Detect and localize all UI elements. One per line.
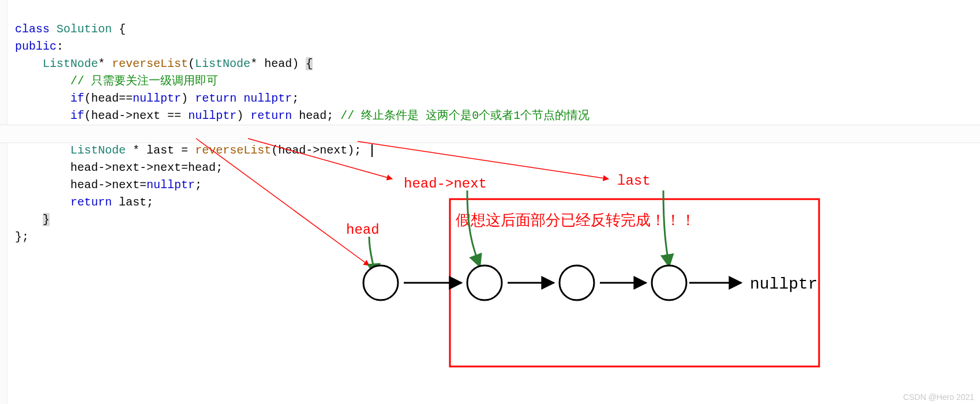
- semi: ;: [292, 92, 299, 105]
- semi: ;: [326, 109, 333, 122]
- rp: ): [236, 109, 243, 122]
- head: head: [91, 92, 119, 105]
- eq: ==: [167, 109, 181, 122]
- nullptr-label: nullptr: [750, 275, 818, 293]
- code-line-5: if(head==nullptr) return nullptr;: [15, 92, 299, 105]
- next: next: [133, 109, 160, 122]
- brace-open-fn: {: [306, 57, 313, 70]
- star: *: [98, 57, 105, 70]
- kw-return: return: [195, 92, 236, 105]
- code-line-11: return last;: [15, 196, 153, 209]
- var-last: last: [119, 196, 147, 209]
- lp: (: [188, 57, 195, 70]
- head: head: [70, 178, 98, 192]
- node-2: [467, 265, 502, 300]
- nullptr: nullptr: [147, 178, 195, 192]
- kw-return: return: [70, 196, 112, 209]
- code-line-8: ListNode * last = reverseList(head->next…: [15, 144, 373, 157]
- arrow: ->: [119, 109, 133, 122]
- head-ret: head: [299, 109, 326, 122]
- semi: ;: [195, 178, 202, 192]
- head: head: [91, 109, 119, 122]
- eq: =: [181, 161, 188, 174]
- node-1: [363, 265, 398, 300]
- arg-head: head: [264, 57, 292, 70]
- fn-reverselist: reverseList: [112, 57, 188, 70]
- type-listnode: ListNode: [43, 57, 98, 70]
- node-3: [560, 265, 594, 300]
- lp: (: [84, 109, 91, 122]
- brace-open: {: [119, 23, 126, 36]
- rp: ): [292, 57, 299, 70]
- star2: *: [250, 57, 257, 70]
- watermark: CSDN @Hero 2021: [903, 392, 974, 402]
- fn-reverselist-call: reverseList: [195, 144, 271, 157]
- kw-if: if: [70, 109, 84, 122]
- code-line-6: if(head->next == nullptr) return head; /…: [15, 109, 589, 122]
- star: *: [133, 144, 140, 157]
- code-line-4: // 只需要关注一级调用即可: [15, 74, 218, 88]
- next: next: [153, 161, 181, 174]
- arrow: ->: [98, 178, 112, 192]
- lp: (: [271, 144, 278, 157]
- next: next: [320, 144, 347, 157]
- code-editor: class Solution { public: ListNode* rever…: [0, 0, 980, 246]
- code-line-7: [15, 126, 22, 140]
- nullptr: nullptr: [188, 109, 236, 122]
- comment-1: // 只需要关注一级调用即可: [70, 74, 218, 88]
- kw-if: if: [70, 92, 84, 105]
- nullptr: nullptr: [133, 92, 181, 105]
- brace-close-fn: }: [43, 213, 50, 226]
- comment-2: // 终止条件是 这两个是0个或者1个节点的情况: [340, 109, 589, 122]
- code-line-9: head->next->next=head;: [15, 161, 223, 174]
- type-listnode: ListNode: [70, 144, 126, 157]
- code-line-2: public:: [15, 40, 63, 53]
- code-line-1: class Solution {: [15, 23, 126, 36]
- arrow: ->: [140, 161, 153, 174]
- colon: :: [57, 40, 63, 53]
- nullptr-2: nullptr: [243, 92, 292, 105]
- rp: ): [181, 92, 188, 105]
- type-listnode-2: ListNode: [195, 57, 250, 70]
- semi: ;: [354, 144, 361, 157]
- code-line-13: };: [15, 230, 29, 244]
- eq: =: [140, 178, 147, 192]
- arrow: ->: [98, 161, 112, 174]
- kw-public: public: [15, 40, 57, 53]
- eq: ==: [119, 92, 133, 105]
- semi: ;: [216, 161, 223, 174]
- eq: =: [181, 144, 188, 157]
- brace-close-class: }: [15, 230, 22, 244]
- code-line-10: head->next=nullptr;: [15, 178, 202, 192]
- node-4: [652, 265, 686, 300]
- var-last: last: [147, 144, 174, 157]
- code-line-12: }: [15, 213, 50, 226]
- semi: ;: [147, 196, 153, 209]
- head: head: [278, 144, 306, 157]
- code-line-3: ListNode* reverseList(ListNode* head) {: [15, 57, 313, 70]
- head: head: [188, 161, 216, 174]
- kw-return: return: [250, 109, 292, 122]
- rp: ): [347, 144, 354, 157]
- next: next: [112, 178, 140, 192]
- lp: (: [84, 92, 91, 105]
- text-cursor: [371, 144, 373, 157]
- next: next: [112, 161, 140, 174]
- semi: ;: [22, 230, 29, 244]
- kw-class: class: [15, 23, 50, 36]
- head: head: [70, 161, 98, 174]
- type-solution: Solution: [57, 23, 112, 36]
- arrow: ->: [306, 144, 320, 157]
